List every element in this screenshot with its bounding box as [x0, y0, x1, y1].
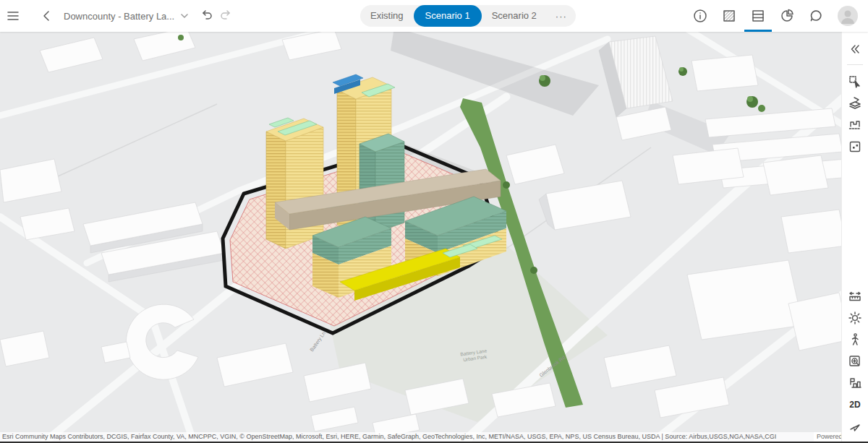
double-chevron-left-icon [848, 42, 862, 56]
toolbar-divider [847, 64, 863, 65]
measure-icon [848, 289, 862, 304]
layers-panel-icon[interactable] [751, 9, 765, 23]
basemap-dots-icon [848, 139, 862, 154]
cursor-arrow-icon [848, 419, 862, 434]
hamburger-icon [6, 9, 20, 23]
zoning-hatch-icon[interactable] [722, 9, 736, 23]
person-icon [838, 6, 858, 26]
scenario-tabs: Existing Scenario 1 Scenario 2 ··· [360, 5, 576, 27]
zoom-area-icon [848, 354, 862, 369]
redo-icon[interactable] [218, 9, 233, 23]
info-icon[interactable] [693, 9, 707, 23]
active-panel-underline [744, 30, 772, 32]
underground-buildings-icon [848, 118, 862, 132]
tabs-more-button[interactable]: ··· [547, 11, 576, 22]
right-toolbar: 2D [841, 32, 868, 443]
collapse-panel-button[interactable] [842, 38, 868, 60]
edit-layers-icon [848, 96, 862, 111]
city-flag-icon [848, 376, 862, 390]
2d-label: 2D [849, 394, 860, 416]
pointer-tool[interactable] [842, 416, 868, 437]
tab-existing[interactable]: Existing [360, 5, 414, 27]
select-transform-tool[interactable] [842, 71, 868, 93]
comment-icon[interactable] [809, 9, 823, 23]
daylight-tool[interactable] [842, 307, 868, 329]
basemap-tool[interactable] [842, 136, 868, 158]
chevron-down-icon[interactable] [179, 11, 190, 21]
measure-tool[interactable] [842, 285, 868, 307]
pie-chart-icon[interactable] [780, 9, 794, 23]
edit-layers-tool[interactable] [842, 93, 868, 114]
map-attribution: Esri Community Maps Contributors, DCGIS,… [0, 432, 842, 442]
user-avatar[interactable] [838, 6, 858, 26]
top-bar: Downcounty - Battery La... Existing Scen… [0, 0, 868, 32]
urban-planning-app: Downcounty - Battery La... Existing Scen… [0, 0, 868, 443]
select-transform-icon [848, 74, 862, 89]
hamburger-menu-button[interactable] [0, 0, 26, 32]
undo-icon[interactable] [200, 9, 214, 23]
back-button[interactable] [36, 0, 58, 32]
plan-title: Downcounty - Battery La... [64, 11, 172, 22]
pedestrian-view-tool[interactable] [842, 329, 868, 350]
underground-tool[interactable] [842, 114, 868, 136]
walking-person-icon [848, 332, 862, 347]
map-3d-view[interactable]: Battery Lane Urban Park Battery Ln Glenb… [0, 32, 868, 443]
sun-icon [848, 311, 862, 325]
tab-scenario-2[interactable]: Scenario 2 [482, 5, 547, 27]
tab-scenario-1[interactable]: Scenario 1 [414, 5, 482, 27]
chevron-left-icon [40, 9, 54, 23]
2d-toggle-button[interactable]: 2D [842, 394, 868, 416]
city-indicators-tool[interactable] [842, 372, 868, 394]
zoom-area-tool[interactable] [842, 350, 868, 372]
